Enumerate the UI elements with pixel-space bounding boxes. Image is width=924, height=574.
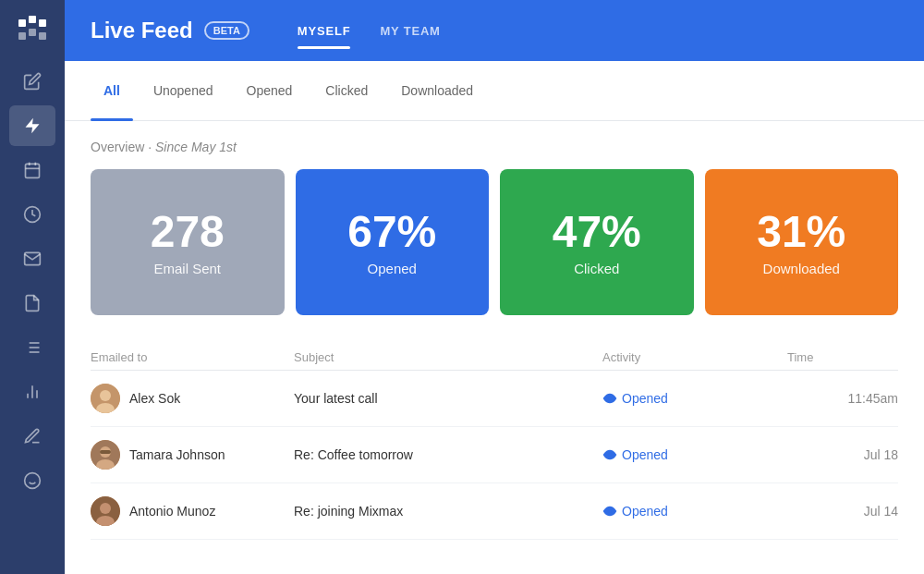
svg-rect-3 (18, 32, 26, 40)
filter-tab-all[interactable]: All (91, 76, 133, 105)
sidebar-item-lightning[interactable] (9, 105, 55, 146)
table-row[interactable]: Antonio Munoz Re: joining Mixmax Opened … (91, 483, 898, 540)
activity-opened-2: Opened (602, 447, 787, 462)
svg-point-36 (608, 509, 612, 513)
sidebar-item-smiley[interactable] (9, 460, 55, 501)
svg-point-27 (608, 397, 612, 400)
filter-tab-unopened[interactable]: Unopened (140, 76, 226, 105)
stat-number-opened: 67% (347, 208, 436, 257)
name-2: Tamara Johnson (129, 447, 225, 462)
sidebar-item-list[interactable] (9, 327, 55, 368)
cell-subject-2: Re: Coffee tomorrow (294, 447, 602, 462)
stat-number-clicked: 47% (553, 208, 641, 257)
stat-label-clicked: Clicked (574, 261, 619, 276)
avatar-1 (91, 384, 120, 413)
nav-myteam[interactable]: MY TEAM (365, 17, 455, 45)
stat-number-downloaded: 31% (757, 208, 845, 257)
svg-rect-31 (100, 450, 111, 454)
col-header-emailed-to: Emailed to (91, 350, 294, 364)
stat-card-email-sent: 278 Email Sent (91, 169, 285, 315)
svg-point-32 (608, 453, 612, 457)
filter-bar: All Unopened Opened Clicked Downloaded (65, 61, 924, 121)
main-content: Live Feed BETA MYSELF MY TEAM All Unopen… (65, 0, 924, 574)
filter-tab-opened[interactable]: Opened (234, 76, 306, 105)
sidebar-logo[interactable] (14, 11, 51, 48)
col-header-subject: Subject (294, 350, 602, 364)
sidebar (0, 0, 65, 574)
svg-marker-6 (26, 118, 40, 134)
nav-myself[interactable]: MYSELF (283, 17, 366, 45)
svg-rect-5 (39, 32, 46, 40)
stat-cards: 278 Email Sent 67% Opened 47% Clicked 31… (91, 169, 898, 315)
stat-label-email-sent: Email Sent (153, 261, 221, 276)
cell-activity-1: Opened (602, 391, 787, 406)
svg-point-25 (100, 390, 111, 401)
sidebar-item-pencil[interactable] (9, 416, 55, 457)
table-row[interactable]: Tamara Johnson Re: Coffee tomorrow Opene… (91, 427, 898, 483)
sidebar-item-chart[interactable] (9, 372, 55, 412)
sidebar-item-calendar[interactable] (9, 150, 55, 190)
stat-number-email-sent: 278 (151, 208, 225, 257)
svg-rect-1 (29, 16, 36, 23)
name-3: Antonio Munoz (129, 504, 215, 519)
stat-label-opened: Opened (368, 261, 417, 276)
name-1: Alex Sok (129, 391, 180, 406)
topbar: Live Feed BETA MYSELF MY TEAM (65, 0, 924, 61)
table-row[interactable]: Alex Sok Your latest call Opened 11:45am (91, 371, 898, 427)
svg-rect-7 (26, 164, 40, 177)
cell-time-2: Jul 18 (787, 447, 898, 462)
stat-card-downloaded: 31% Downloaded (705, 169, 899, 315)
cell-subject-1: Your latest call (294, 391, 602, 406)
stat-card-opened: 67% Opened (296, 169, 490, 315)
cell-emailed-to-2: Tamara Johnson (91, 440, 294, 470)
sidebar-item-document[interactable] (9, 283, 55, 324)
activity-opened-3: Opened (602, 504, 787, 519)
page-title: Live Feed (91, 18, 193, 43)
filter-tab-downloaded[interactable]: Downloaded (388, 76, 486, 105)
stat-label-downloaded: Downloaded (763, 261, 840, 276)
svg-rect-4 (29, 29, 36, 36)
overview-label: Overview · Since May 1st (91, 140, 898, 154)
topbar-nav: MYSELF MY TEAM (283, 17, 456, 45)
col-header-time: Time (787, 350, 898, 364)
col-header-activity: Activity (602, 350, 787, 364)
svg-rect-2 (39, 19, 46, 27)
sidebar-item-mail[interactable] (9, 238, 55, 279)
beta-badge: BETA (204, 21, 249, 40)
cell-emailed-to-3: Antonio Munoz (91, 496, 294, 526)
cell-activity-3: Opened (602, 504, 787, 519)
cell-time-1: 11:45am (787, 391, 898, 406)
avatar-2 (91, 440, 120, 470)
cell-emailed-to-1: Alex Sok (91, 384, 294, 413)
cell-time-3: Jul 14 (787, 504, 898, 519)
activity-opened-1: Opened (602, 391, 787, 406)
filter-tab-clicked[interactable]: Clicked (312, 76, 381, 105)
svg-rect-0 (18, 19, 26, 27)
avatar-3 (91, 496, 120, 526)
svg-point-21 (25, 473, 41, 489)
content-area: Overview · Since May 1st 278 Email Sent … (65, 121, 924, 574)
cell-activity-2: Opened (602, 447, 787, 462)
sidebar-item-edit[interactable] (9, 61, 55, 102)
table-header: Emailed to Subject Activity Time (91, 345, 898, 371)
stat-card-clicked: 47% Clicked (500, 169, 694, 315)
svg-point-34 (100, 503, 111, 514)
sidebar-item-clock[interactable] (9, 194, 55, 235)
cell-subject-3: Re: joining Mixmax (294, 504, 602, 519)
